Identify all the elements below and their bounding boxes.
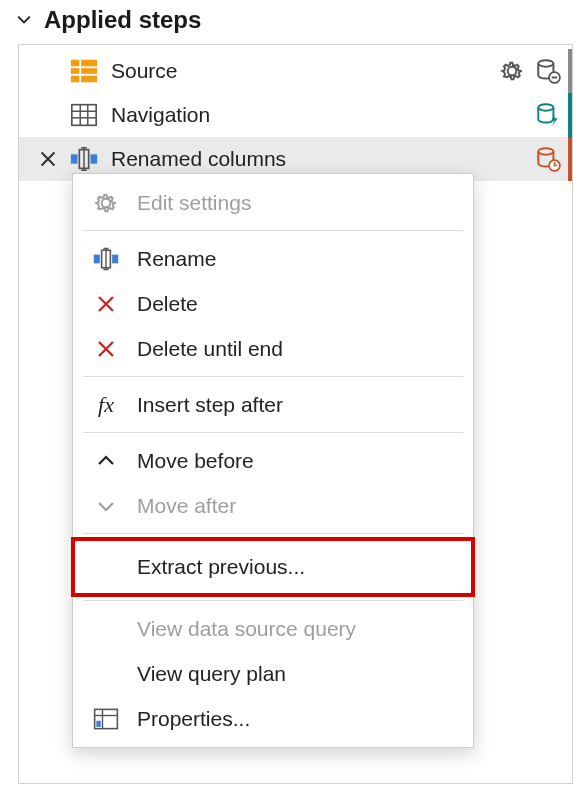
step-label: Renamed columns <box>111 147 522 171</box>
menu-view-query-plan[interactable]: View query plan <box>73 651 473 696</box>
menu-label: Extract previous... <box>137 555 305 579</box>
menu-move-before[interactable]: Move before <box>73 438 473 483</box>
svg-rect-8 <box>72 105 96 126</box>
source-table-icon <box>69 56 99 86</box>
step-label: Navigation <box>111 103 522 127</box>
delete-step-icon[interactable] <box>35 146 61 172</box>
menu-label: Delete until end <box>137 337 283 361</box>
rename-icon <box>91 244 121 274</box>
menu-label: Delete <box>137 292 198 316</box>
chevron-down-icon <box>91 491 121 521</box>
step-row-navigation[interactable]: Navigation <box>19 93 572 137</box>
applied-steps-header[interactable]: Applied steps <box>0 0 581 44</box>
menu-label: View query plan <box>137 662 286 686</box>
rename-columns-icon <box>69 144 99 174</box>
menu-label: View data source query <box>137 617 356 641</box>
fx-icon: fx <box>91 390 121 420</box>
menu-label: Rename <box>137 247 216 271</box>
menu-properties[interactable]: Properties... <box>73 696 473 741</box>
menu-separator <box>83 533 463 534</box>
svg-rect-16 <box>91 154 98 163</box>
svg-point-17 <box>538 148 553 155</box>
menu-label: Properties... <box>137 707 250 731</box>
step-load-indicator <box>568 137 572 181</box>
gear-icon <box>91 188 121 218</box>
gear-icon[interactable] <box>498 57 526 85</box>
menu-label: Move after <box>137 494 236 518</box>
blank-icon <box>91 614 121 644</box>
menu-delete-until-end[interactable]: Delete until end <box>73 326 473 371</box>
svg-rect-21 <box>112 254 118 263</box>
database-clock-icon <box>534 145 562 173</box>
svg-rect-15 <box>71 154 78 163</box>
x-red-icon <box>91 289 121 319</box>
menu-rename[interactable]: Rename <box>73 236 473 281</box>
svg-rect-20 <box>94 254 100 263</box>
menu-edit-settings: Edit settings <box>73 180 473 225</box>
chevron-down-icon <box>14 10 34 30</box>
menu-separator <box>83 600 463 601</box>
table-icon <box>69 100 99 130</box>
database-minus-icon <box>534 57 562 85</box>
panel-title: Applied steps <box>44 6 201 34</box>
svg-point-5 <box>538 60 553 66</box>
menu-label: Edit settings <box>137 191 251 215</box>
menu-label: Move before <box>137 449 254 473</box>
blank-icon <box>91 659 121 689</box>
database-bolt-icon <box>534 101 562 129</box>
svg-rect-25 <box>96 720 100 726</box>
step-label: Source <box>111 59 486 83</box>
step-context-menu: Edit settings Rename Delete <box>72 173 474 748</box>
menu-delete[interactable]: Delete <box>73 281 473 326</box>
menu-separator <box>83 432 463 433</box>
chevron-up-icon <box>91 446 121 476</box>
menu-extract-previous[interactable]: Extract previous... <box>73 539 473 595</box>
svg-point-13 <box>538 104 553 111</box>
menu-label: Insert step after <box>137 393 283 417</box>
step-row-source[interactable]: Source <box>19 49 572 93</box>
menu-separator <box>83 230 463 231</box>
menu-move-after: Move after <box>73 483 473 528</box>
menu-separator <box>83 376 463 377</box>
step-load-indicator <box>568 93 572 137</box>
properties-icon <box>91 704 121 734</box>
x-red-icon <box>91 334 121 364</box>
menu-view-data-source-query: View data source query <box>73 606 473 651</box>
step-load-indicator <box>568 49 572 93</box>
menu-insert-step-after[interactable]: fx Insert step after <box>73 382 473 427</box>
applied-steps-list: Source <box>18 44 573 784</box>
